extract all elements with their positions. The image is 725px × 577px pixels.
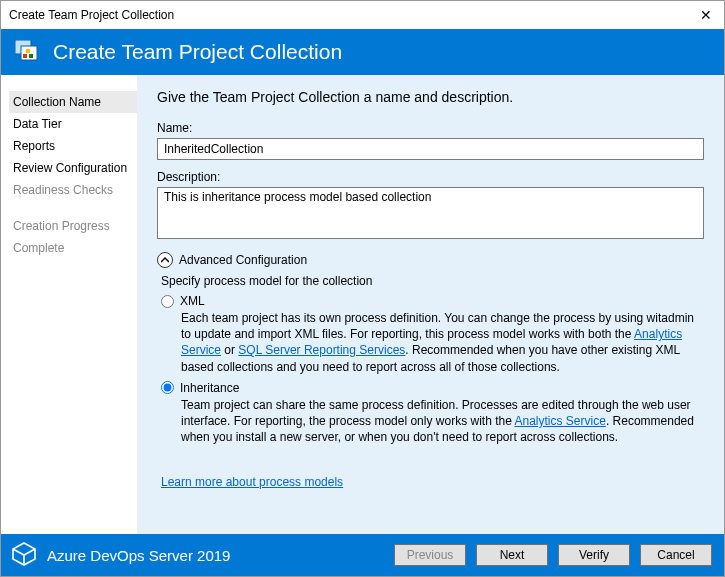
next-button[interactable]: Next <box>476 544 548 566</box>
link-sql-server-reporting-services[interactable]: SQL Server Reporting Services <box>238 343 405 357</box>
footer: Azure DevOps Server 2019 Previous Next V… <box>1 534 724 576</box>
titlebar: Create Team Project Collection ✕ <box>1 1 724 29</box>
svg-rect-4 <box>26 49 30 53</box>
radio-xml-row: XML <box>161 294 704 308</box>
name-input[interactable] <box>157 138 704 160</box>
sidebar-item-creation-progress: Creation Progress <box>9 215 137 237</box>
azure-devops-icon <box>11 541 37 570</box>
sidebar-item-complete: Complete <box>9 237 137 259</box>
radio-inheritance-row: Inheritance <box>161 381 704 395</box>
svg-rect-2 <box>23 54 27 58</box>
sidebar-item-data-tier[interactable]: Data Tier <box>9 113 137 135</box>
verify-button[interactable]: Verify <box>558 544 630 566</box>
previous-button: Previous <box>394 544 466 566</box>
name-label: Name: <box>157 121 704 135</box>
radio-inheritance[interactable] <box>161 381 174 394</box>
sidebar-item-reports[interactable]: Reports <box>9 135 137 157</box>
window-title: Create Team Project Collection <box>9 8 174 22</box>
content-panel: Give the Team Project Collection a name … <box>137 75 724 534</box>
footer-brand: Azure DevOps Server 2019 <box>11 541 230 570</box>
specify-process-model-label: Specify process model for the collection <box>161 274 704 288</box>
close-icon[interactable]: ✕ <box>696 7 716 23</box>
sidebar-item-readiness-checks: Readiness Checks <box>9 179 137 201</box>
sidebar-item-collection-name[interactable]: Collection Name <box>9 91 137 113</box>
process-model-options: XML Each team project has its own proces… <box>161 294 704 445</box>
advanced-configuration-label: Advanced Configuration <box>179 253 307 267</box>
collections-icon <box>15 40 43 64</box>
cancel-button[interactable]: Cancel <box>640 544 712 566</box>
radio-inheritance-description: Team project can share the same process … <box>181 397 704 446</box>
sidebar-item-review-configuration[interactable]: Review Configuration <box>9 157 137 179</box>
radio-xml[interactable] <box>161 295 174 308</box>
banner-title: Create Team Project Collection <box>53 40 342 64</box>
main: Collection Name Data Tier Reports Review… <box>1 75 724 534</box>
chevron-up-icon[interactable] <box>157 252 173 268</box>
radio-xml-description: Each team project has its own process de… <box>181 310 704 375</box>
radio-inheritance-label: Inheritance <box>180 381 239 395</box>
link-learn-more[interactable]: Learn more about process models <box>161 475 343 489</box>
description-label: Description: <box>157 170 704 184</box>
sidebar: Collection Name Data Tier Reports Review… <box>1 75 137 534</box>
radio-xml-label: XML <box>180 294 205 308</box>
svg-rect-3 <box>29 54 33 58</box>
advanced-configuration-row: Advanced Configuration <box>157 252 704 268</box>
footer-buttons: Previous Next Verify Cancel <box>394 544 712 566</box>
learn-more-row: Learn more about process models <box>161 475 704 489</box>
link-analytics-service-inh[interactable]: Analytics Service <box>515 414 606 428</box>
footer-brand-label: Azure DevOps Server 2019 <box>47 547 230 564</box>
description-input[interactable] <box>157 187 704 239</box>
banner: Create Team Project Collection <box>1 29 724 75</box>
page-heading: Give the Team Project Collection a name … <box>157 89 704 105</box>
